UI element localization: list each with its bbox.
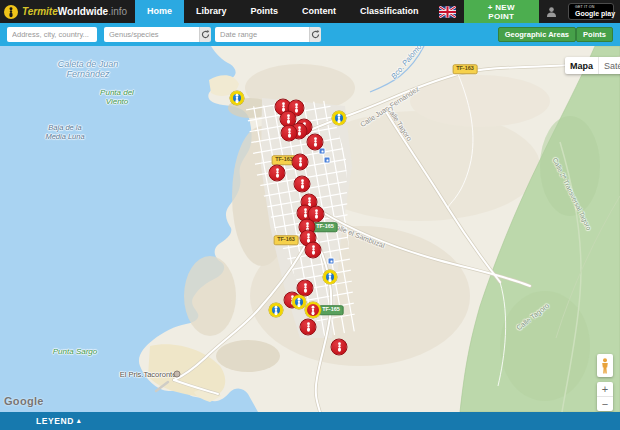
genus-species-input[interactable] [104, 27, 199, 42]
nav-item-home[interactable]: Home [135, 0, 184, 23]
map-label-calle-tagoro-south: Calle Tagoro [515, 302, 551, 332]
google-play-text: GET IT ON Google play [575, 6, 615, 17]
map-canvas[interactable]: Caleta de JuanFernándezPunta delVientoBa… [0, 46, 620, 412]
address-search-input[interactable] [7, 27, 97, 42]
map-label-bco-palomo: Bco. Palomo [390, 46, 424, 81]
genus-refresh-button[interactable] [199, 27, 211, 42]
point-marker[interactable] [281, 125, 298, 142]
new-point-button[interactable]: + NEW POINT [464, 0, 539, 23]
nav-item-library[interactable]: Library [184, 0, 239, 23]
point-marker[interactable] [305, 242, 322, 259]
language-flag-icon[interactable] [439, 6, 456, 18]
user-account-button[interactable] [539, 0, 564, 23]
points-button[interactable]: Points [576, 27, 613, 42]
point-marker[interactable] [294, 176, 311, 193]
google-attribution: Google [4, 395, 44, 407]
nav-item-content[interactable]: Content [290, 0, 348, 23]
road-shield: TF-163 [453, 64, 478, 74]
zoom-control: + − [597, 382, 613, 411]
nav-menu: HomeLibraryPointsContentClassification [135, 0, 431, 23]
point-marker[interactable] [297, 280, 314, 297]
road-shield: TF-165 [319, 305, 344, 315]
nav-item-classification[interactable]: Classification [348, 0, 431, 23]
brand-text: TermiteWorldwide.info [22, 6, 127, 17]
point-marker[interactable] [300, 319, 317, 336]
map-type-control: Mapa Satélite [565, 57, 620, 74]
area-point-marker[interactable] [269, 303, 283, 317]
transit-stop-icon [328, 258, 335, 265]
map-overlays: Caleta de JuanFernándezPunta delVientoBa… [0, 46, 620, 412]
google-play-badge[interactable]: GET IT ON Google play [568, 3, 614, 20]
street-view-pegman[interactable] [597, 354, 613, 377]
top-navbar: TermiteWorldwide.info HomeLibraryPointsC… [0, 0, 620, 23]
area-point-marker[interactable] [292, 295, 306, 309]
map-label-calle-tagoro-north: Calle Tagoro [385, 105, 413, 142]
refresh-icon [311, 30, 320, 39]
point-marker[interactable] [269, 165, 286, 182]
map-type-map[interactable]: Mapa [565, 57, 598, 74]
date-range-input[interactable] [215, 27, 309, 42]
map-type-satellite[interactable]: Satélite [598, 57, 620, 74]
caret-up-icon: ▴ [77, 417, 81, 425]
road-shield: TF-165 [313, 222, 338, 232]
map-label-punta-sargo: Punta Sargo [53, 347, 97, 356]
nav-right: + NEW POINT GET IT ON Google play [431, 0, 620, 23]
map-label-el-pris-tacoronte: El Pris.Tacoronte [120, 371, 177, 380]
map-label-punta-del-viento: Punta delViento [100, 88, 134, 106]
map-label-caleta-de-juan-fernandez: Caleta de JuanFernández [58, 59, 119, 80]
point-marker[interactable] [292, 154, 309, 171]
geographic-areas-button[interactable]: Geographic Areas [498, 27, 576, 42]
transit-stop-icon [324, 157, 331, 164]
legend-label: LEYEND [36, 416, 74, 426]
refresh-icon [201, 30, 210, 39]
point-marker[interactable] [307, 134, 324, 151]
app-window: TermiteWorldwide.info HomeLibraryPointsC… [0, 0, 620, 430]
pegman-icon [601, 358, 609, 374]
nav-item-points[interactable]: Points [239, 0, 291, 23]
legend-bar: LEYEND ▴ [0, 412, 620, 430]
selected-point-marker[interactable] [305, 302, 321, 318]
user-icon [547, 7, 556, 17]
area-point-marker[interactable] [230, 91, 244, 105]
legend-toggle[interactable]: LEYEND ▴ [36, 416, 81, 426]
point-marker[interactable] [331, 339, 348, 356]
road-shield: TF-163 [274, 235, 299, 245]
poi-dot [174, 371, 181, 378]
map-label-calle-2-transversal-tagoro: Calle 2ª Transversal Tagoro [551, 157, 593, 232]
date-refresh-button[interactable] [309, 27, 321, 42]
area-point-marker[interactable] [323, 270, 337, 284]
zoom-in-button[interactable]: + [597, 382, 613, 397]
map-label-calle-el-sambuzal: Calle el Sambuzal [330, 222, 385, 251]
filter-toolbar: Geographic Areas Points [0, 23, 620, 46]
map-label-calle-juan-fernandez: Calle Juan Fernández [359, 85, 421, 129]
zoom-out-button[interactable]: − [597, 397, 613, 411]
brand-logo[interactable]: TermiteWorldwide.info [0, 0, 135, 23]
map-label-baja-de-la-media-luna: Baja de laMedia Luna [45, 124, 84, 141]
termite-logo-icon [4, 5, 18, 19]
area-point-marker[interactable] [332, 111, 346, 125]
